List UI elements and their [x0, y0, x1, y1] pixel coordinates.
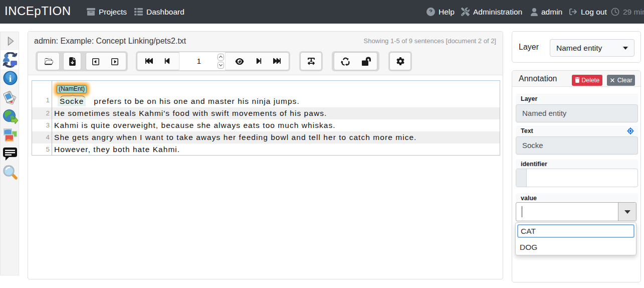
svg-text:i: i — [9, 73, 12, 84]
